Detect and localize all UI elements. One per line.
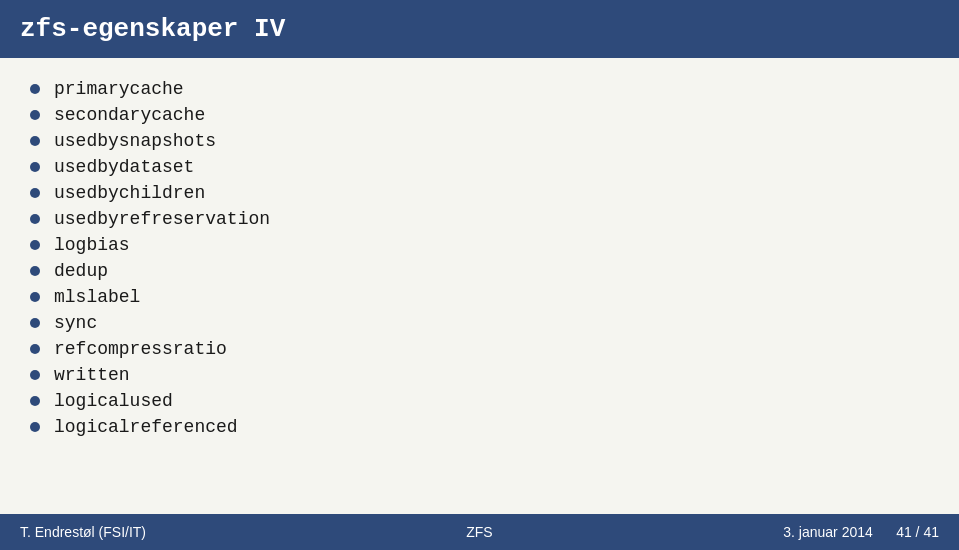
list-item: usedbyrefreservation xyxy=(30,206,929,232)
list-item-text: mlslabel xyxy=(54,287,140,307)
list-item-text: primarycache xyxy=(54,79,184,99)
list-item: written xyxy=(30,362,929,388)
footer-page-info: 3. januar 2014 41 / 41 xyxy=(633,524,939,540)
list-item-text: usedbyrefreservation xyxy=(54,209,270,229)
list-item: logbias xyxy=(30,232,929,258)
list-item-text: logicalreferenced xyxy=(54,417,238,437)
footer-title: ZFS xyxy=(326,524,632,540)
bullet-icon xyxy=(30,188,40,198)
bullet-icon xyxy=(30,292,40,302)
bullet-icon xyxy=(30,214,40,224)
bullet-icon xyxy=(30,84,40,94)
list-item: usedbychildren xyxy=(30,180,929,206)
list-item-text: secondarycache xyxy=(54,105,205,125)
list-item-text: written xyxy=(54,365,130,385)
list-item-text: usedbydataset xyxy=(54,157,194,177)
list-item: dedup xyxy=(30,258,929,284)
list-item: sync xyxy=(30,310,929,336)
list-item-text: sync xyxy=(54,313,97,333)
list-item: primarycache xyxy=(30,76,929,102)
list-item-text: refcompressratio xyxy=(54,339,227,359)
bullet-icon xyxy=(30,266,40,276)
bullet-icon xyxy=(30,318,40,328)
list-item-text: usedbysnapshots xyxy=(54,131,216,151)
footer-date: 3. januar 2014 xyxy=(783,524,873,540)
list-item: usedbysnapshots xyxy=(30,128,929,154)
footer-page-number: 41 / 41 xyxy=(896,524,939,540)
content-area: primarycachesecondarycacheusedbysnapshot… xyxy=(0,58,959,514)
bullet-icon xyxy=(30,136,40,146)
bullet-icon xyxy=(30,344,40,354)
bullet-icon xyxy=(30,370,40,380)
list-item: secondarycache xyxy=(30,102,929,128)
bullet-icon xyxy=(30,240,40,250)
list-item-text: logicalused xyxy=(54,391,173,411)
bullet-icon xyxy=(30,422,40,432)
list-item: refcompressratio xyxy=(30,336,929,362)
list-item-text: logbias xyxy=(54,235,130,255)
footer-author: T. Endrestøl (FSI/IT) xyxy=(20,524,326,540)
footer-bar: T. Endrestøl (FSI/IT) ZFS 3. januar 2014… xyxy=(0,514,959,550)
list-item: usedbydataset xyxy=(30,154,929,180)
bullet-icon xyxy=(30,396,40,406)
list-item-text: dedup xyxy=(54,261,108,281)
bullet-icon xyxy=(30,110,40,120)
list-item-text: usedbychildren xyxy=(54,183,205,203)
list-item: logicalreferenced xyxy=(30,414,929,440)
bullet-icon xyxy=(30,162,40,172)
page-title: zfs-egenskaper IV xyxy=(20,14,285,44)
list-item: mlslabel xyxy=(30,284,929,310)
bullet-list: primarycachesecondarycacheusedbysnapshot… xyxy=(30,76,929,440)
list-item: logicalused xyxy=(30,388,929,414)
title-bar: zfs-egenskaper IV xyxy=(0,0,959,58)
